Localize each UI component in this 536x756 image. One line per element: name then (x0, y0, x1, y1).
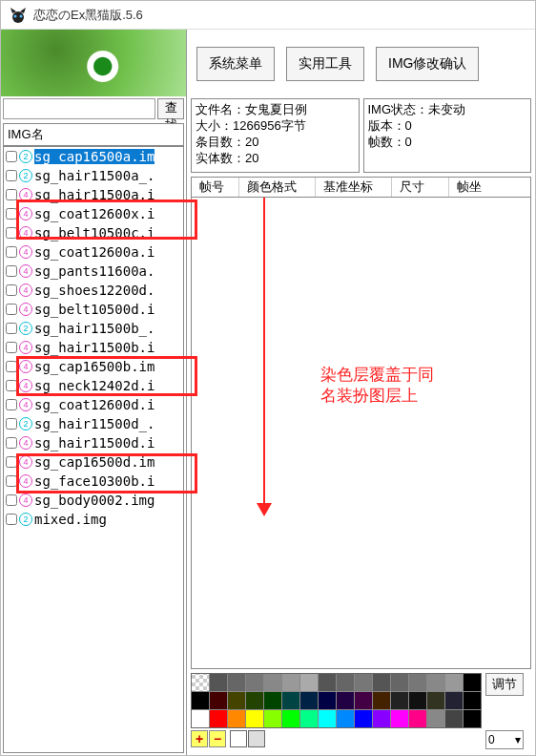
list-item[interactable]: 4sg_coat12600x.i (4, 204, 183, 223)
swatch[interactable] (246, 674, 263, 691)
list-checkbox[interactable] (6, 151, 17, 162)
list-item[interactable]: 4sg_coat12600a.i (4, 242, 183, 262)
swatch[interactable] (445, 710, 463, 727)
list-checkbox[interactable] (6, 227, 17, 239)
list-checkbox[interactable] (6, 437, 17, 449)
swatch[interactable] (464, 710, 481, 727)
list-checkbox[interactable] (6, 399, 17, 410)
swatch[interactable] (192, 692, 209, 709)
list-checkbox[interactable] (6, 456, 17, 468)
swatch[interactable] (337, 710, 354, 727)
list-item[interactable]: 4sg_hair11500b.i (4, 338, 183, 357)
swatch[interactable] (192, 674, 209, 691)
adjust-button[interactable]: 调节 (485, 673, 524, 696)
list-item[interactable]: 2sg_hair11500a_. (4, 166, 183, 185)
swatch[interactable] (210, 710, 227, 727)
swatch[interactable] (355, 692, 372, 709)
swatch[interactable] (464, 692, 481, 709)
src-swatch[interactable] (230, 730, 247, 747)
swatch[interactable] (409, 692, 426, 709)
list-item[interactable]: 4sg_body0002.img (4, 491, 183, 510)
confirm-button[interactable]: IMG修改确认 (376, 47, 479, 81)
list-item[interactable]: 4sg_cap16500b.im (4, 357, 183, 376)
list-checkbox[interactable] (6, 514, 17, 525)
list-checkbox[interactable] (6, 189, 17, 200)
swatch[interactable] (228, 710, 245, 727)
list-checkbox[interactable] (6, 323, 17, 334)
col-frame-coord[interactable]: 帧坐 (449, 178, 530, 197)
list-checkbox[interactable] (6, 380, 17, 391)
system-menu-button[interactable]: 系统菜单 (196, 47, 275, 81)
swatch[interactable] (373, 710, 390, 727)
list-checkbox[interactable] (6, 418, 17, 430)
swatch[interactable] (228, 692, 245, 709)
swatch[interactable] (264, 674, 281, 691)
list-checkbox[interactable] (6, 284, 17, 296)
list-item[interactable]: 4sg_neck12402d.i (4, 376, 183, 395)
list-item[interactable]: 4sg_coat12600d.i (4, 395, 183, 414)
list-checkbox[interactable] (6, 361, 17, 372)
swatch[interactable] (337, 674, 354, 691)
src-swatch[interactable] (248, 730, 265, 747)
swatch[interactable] (319, 692, 336, 709)
search-button[interactable]: 查找 (157, 98, 184, 119)
swatch[interactable] (337, 692, 354, 709)
swatch[interactable] (192, 710, 209, 727)
swatch[interactable] (246, 692, 263, 709)
color-palette[interactable] (191, 673, 482, 728)
swatch[interactable] (373, 692, 390, 709)
swatch[interactable] (355, 674, 372, 691)
swatch[interactable] (427, 710, 444, 727)
list-checkbox[interactable] (6, 475, 17, 487)
list-item[interactable]: 4sg_hair11500a.i (4, 185, 183, 204)
list-checkbox[interactable] (6, 494, 17, 506)
list-item[interactable]: 2sg_hair11500d_. (4, 414, 183, 433)
swatch[interactable] (264, 710, 281, 727)
list-item[interactable]: 4sg_face10300b.i (4, 472, 183, 491)
swatch[interactable] (409, 674, 426, 691)
search-input[interactable] (3, 98, 155, 119)
list-item[interactable]: 4sg_hair11500d.i (4, 433, 183, 452)
list-checkbox[interactable] (6, 208, 17, 220)
list-checkbox[interactable] (6, 265, 17, 277)
swatch[interactable] (427, 674, 444, 691)
palette-spinner[interactable]: 0▾ (485, 730, 524, 749)
list-item[interactable]: 2sg_cap16500a.im (4, 147, 183, 166)
swatch[interactable] (445, 674, 463, 691)
col-color-fmt[interactable]: 颜色格式 (239, 178, 316, 197)
swatch[interactable] (210, 692, 227, 709)
swatch[interactable] (391, 692, 408, 709)
swatch[interactable] (300, 710, 318, 727)
list-item[interactable]: 4sg_shoes12200d. (4, 281, 183, 300)
palette-plus[interactable]: + (191, 730, 208, 747)
swatch[interactable] (264, 692, 281, 709)
col-frame-no[interactable]: 帧号 (192, 178, 239, 197)
file-list[interactable]: 2sg_cap16500a.im2sg_hair11500a_.4sg_hair… (3, 146, 184, 753)
swatch[interactable] (282, 710, 299, 727)
swatch[interactable] (445, 692, 463, 709)
palette-minus[interactable]: − (209, 730, 226, 747)
swatch[interactable] (282, 692, 299, 709)
tools-button[interactable]: 实用工具 (286, 47, 364, 81)
list-item[interactable]: 2mixed.img (4, 510, 183, 529)
swatch[interactable] (373, 674, 390, 691)
col-size[interactable]: 尺寸 (392, 178, 449, 197)
list-item[interactable]: 2sg_hair11500b_. (4, 319, 183, 338)
swatch[interactable] (282, 674, 299, 691)
col-ref-coord[interactable]: 基准坐标 (316, 178, 392, 197)
swatch[interactable] (427, 692, 444, 709)
swatch[interactable] (391, 674, 408, 691)
swatch[interactable] (300, 692, 318, 709)
list-item[interactable]: 4sg_pants11600a. (4, 262, 183, 281)
swatch[interactable] (300, 674, 318, 691)
list-item[interactable]: 4sg_belt10500d.i (4, 300, 183, 319)
swatch[interactable] (391, 710, 408, 727)
list-checkbox[interactable] (6, 342, 17, 353)
swatch[interactable] (228, 674, 245, 691)
list-checkbox[interactable] (6, 246, 17, 258)
list-item[interactable]: 4sg_cap16500d.im (4, 452, 183, 472)
swatch[interactable] (355, 710, 372, 727)
swatch[interactable] (319, 710, 336, 727)
swatch[interactable] (409, 710, 426, 727)
list-item[interactable]: 4sg_belt10500c.i (4, 223, 183, 242)
